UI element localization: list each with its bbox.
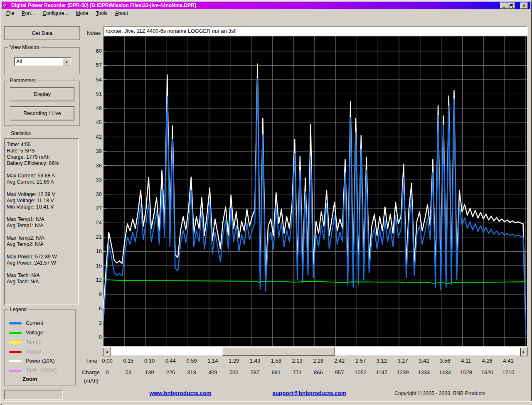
tach-color-chip — [9, 370, 22, 372]
menu-item-tools[interactable]: Tools — [92, 10, 111, 17]
stat-line: Max Current: 53.68 A — [7, 173, 78, 179]
statistics-panel: Time: 4:55Rate: 5 SPSCharge: 1779 mAhBat… — [4, 138, 79, 305]
stat-line: Max Temp2: N/A — [7, 235, 78, 241]
website-link[interactable]: www.bnbproducts.com — [150, 390, 212, 396]
charge-tick-label: 409 — [208, 369, 217, 376]
y-axis-tick-label: 36 — [77, 162, 102, 169]
parameters-group-label: Parameters — [8, 78, 37, 83]
legend-item-current[interactable]: Current — [9, 319, 43, 327]
notes-input[interactable]: roxxter, Jive, 11Z 4400-6s noname LOGGER… — [103, 26, 528, 36]
y-axis-tick-label: 24 — [77, 219, 102, 226]
charge-tick-label: 1434 — [439, 369, 451, 376]
time-tick-label: 2:57 — [355, 358, 366, 364]
close-button[interactable]: × — [520, 2, 528, 9]
time-tick-label: 1:58 — [271, 358, 281, 364]
y-axis-tick-label: 27 — [77, 205, 102, 211]
stat-line: Avg Power: 241.57 W — [7, 260, 78, 266]
y-axis-tick-label: 45 — [77, 119, 102, 125]
display-button[interactable]: Display — [10, 87, 74, 101]
status-strip — [2, 401, 532, 405]
recording-live-button[interactable]: Recording / Live — [10, 106, 74, 120]
time-tick-label: 1:29 — [229, 358, 239, 364]
view-mission-group: View Mission All ▼ — [4, 47, 80, 75]
legend-item-temp1[interactable]: Temp1 — [9, 339, 42, 346]
stat-line: Battery Efficiency: 86% — [7, 160, 78, 167]
y-axis-tick-label: 30 — [77, 191, 102, 197]
charge-tick-label: 681 — [271, 369, 281, 376]
time-tick-label: 4:11 — [461, 358, 471, 364]
legend-item-power[interactable]: Power (10X) — [9, 357, 54, 365]
title-bar[interactable]: ✈ Digital Power Recorder (DPR-50) [D:\DP… — [2, 2, 530, 9]
charge-tick-label: 957 — [335, 369, 344, 376]
legend-group-label: Legend — [8, 307, 28, 312]
progress-panel — [4, 390, 63, 400]
time-tick-label: 4:26 — [482, 358, 493, 364]
menu-item-file[interactable]: File — [2, 10, 18, 17]
charge-tick-label: 1710 — [502, 369, 515, 376]
y-axis-tick-label: 39 — [77, 148, 102, 154]
time-tick-label: 3:42 — [419, 358, 429, 364]
time-tick-label: 0:44 — [165, 358, 176, 364]
time-tick-label: 2:42 — [334, 358, 345, 364]
stat-line: Max Temp1: N/A — [7, 216, 78, 223]
legend-item-tach[interactable]: Tach (100X) — [9, 367, 57, 374]
minimize-icon — [502, 7, 505, 7]
charge-tick-label: 866 — [314, 369, 323, 376]
restore-icon — [510, 4, 513, 7]
y-axis-tick-label: 6 — [77, 305, 102, 312]
stat-line: Avg Voltage: 11.18 V — [7, 198, 78, 204]
time-axis-title: Time — [64, 358, 97, 364]
time-tick-label: 1:43 — [250, 358, 260, 364]
stat-line — [7, 248, 78, 254]
text-caret — [236, 28, 236, 34]
y-axis-tick-label: 0 — [77, 334, 102, 340]
scroll-left-button[interactable]: ◄ — [103, 347, 111, 356]
charge-tick-label: 587 — [251, 369, 260, 376]
time-tick-label: 0:59 — [187, 358, 197, 364]
notes-text: roxxter, Jive, 11Z 4400-6s noname LOGGER… — [106, 28, 235, 34]
time-tick-label: 1:14 — [207, 358, 218, 364]
time-tick-label: 0:30 — [144, 358, 155, 364]
stat-line: Min Voltage: 10.41 V — [7, 204, 78, 210]
charge-tick-label: 53 — [126, 369, 131, 376]
charge-tick-label: 1528 — [460, 369, 472, 376]
legend-item-temp2[interactable]: Temp2 — [9, 348, 42, 356]
support-email-link[interactable]: support@bnbproducts.com — [272, 390, 346, 396]
time-tick-label: 3:12 — [377, 358, 387, 364]
chart-horizontal-scrollbar[interactable]: ◄ ► — [103, 347, 528, 356]
scrollbar-thumb[interactable] — [222, 347, 335, 356]
mission-select[interactable]: All ▼ — [14, 57, 71, 66]
time-tick-label: 2:13 — [292, 358, 302, 364]
chart-plot-area[interactable] — [103, 36, 527, 346]
stat-line: Max Power: 572.89 W — [7, 254, 78, 260]
time-tick-label: 3:27 — [397, 358, 408, 364]
menu-item-configure[interactable]: Configure... — [39, 10, 72, 17]
menu-item-mode[interactable]: Mode — [72, 10, 92, 17]
app-icon: ✈ — [3, 2, 10, 8]
view-mission-group-label: View Mission — [8, 44, 41, 50]
zoom-label[interactable]: Zoom — [22, 376, 37, 382]
charge-tick-label: 1333 — [418, 369, 430, 376]
mission-select-value: All — [16, 59, 22, 64]
stat-line: Charge: 1779 mAh — [7, 154, 78, 160]
charge-tick-label: 1620 — [481, 369, 493, 376]
y-axis-tick-label: 57 — [77, 62, 102, 68]
scroll-right-button[interactable]: ► — [520, 347, 527, 356]
menu-item-port[interactable]: Port... — [18, 10, 39, 17]
voltage-color-chip — [9, 332, 22, 334]
minimize-button[interactable] — [500, 2, 507, 9]
stat-line: Avg Current: 21.69 A — [7, 179, 78, 185]
notes-label: Notes — [67, 30, 101, 36]
legend-item-voltage[interactable]: Voltage — [9, 329, 43, 336]
stat-line: Avg Temp2: N/A — [7, 241, 78, 248]
stat-line — [7, 185, 78, 191]
current-color-chip — [9, 322, 22, 324]
restore-button[interactable] — [507, 2, 515, 9]
temp1-color-chip — [9, 341, 22, 344]
combo-dropdown-button[interactable]: ▼ — [63, 58, 70, 66]
menu-item-about[interactable]: About — [111, 10, 131, 17]
statistics-label: Statistics — [11, 130, 31, 136]
temp2-color-chip — [9, 351, 22, 353]
y-axis-tick-label: 9 — [77, 291, 102, 297]
stat-line — [7, 210, 78, 216]
